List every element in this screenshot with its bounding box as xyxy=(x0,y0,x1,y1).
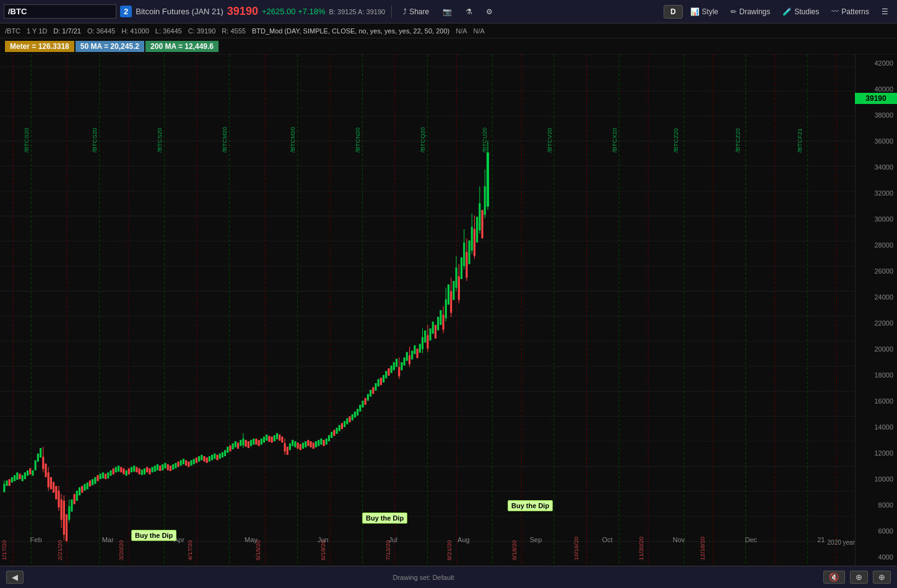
zoom-button[interactable]: ⊕ xyxy=(873,571,891,584)
toolbar-right: D 📊 Style ✏ Drawings 🧪 Studies 〰 Pattern… xyxy=(664,5,893,19)
svg-rect-232 xyxy=(385,371,387,378)
svg-rect-121 xyxy=(102,472,104,478)
chart-area[interactable]: /BTCS20 /BTCS20 /BTCS20 /BTCM20 /BTCM20 … xyxy=(0,54,897,566)
svg-rect-250 xyxy=(424,331,426,343)
svg-rect-247 xyxy=(419,344,421,353)
svg-rect-139 xyxy=(149,469,150,475)
share-button[interactable]: ⤴ Share xyxy=(398,6,434,18)
price-tick-24000: 24000 xyxy=(856,293,897,301)
svg-rect-206 xyxy=(318,440,319,446)
svg-rect-81 xyxy=(14,475,15,482)
info-bar: /BTC 1 Y 1D D: 1/7/21 O: 36445 H: 41000 … xyxy=(0,24,897,38)
svg-rect-117 xyxy=(92,479,93,485)
svg-rect-198 xyxy=(297,443,299,449)
svg-rect-173 xyxy=(237,443,239,449)
drawings-icon: ✏ xyxy=(730,7,737,16)
svg-rect-159 xyxy=(201,455,202,460)
svg-text:/BTCM20: /BTCM20 xyxy=(221,127,228,152)
patterns-button[interactable]: 〰 Patterns xyxy=(826,6,874,18)
price-tick-22000: 22000 xyxy=(856,319,897,327)
svg-rect-160 xyxy=(203,456,205,462)
time-label-nov: Nov xyxy=(673,536,685,543)
main-price: 39190 xyxy=(227,5,258,18)
svg-text:/BTCS20: /BTCS20 xyxy=(156,128,163,153)
svg-rect-222 xyxy=(359,405,361,412)
bid-ask: B: 39125 A: 39190 xyxy=(329,8,386,15)
svg-rect-172 xyxy=(235,441,236,447)
svg-rect-119 xyxy=(97,475,98,482)
svg-rect-162 xyxy=(209,456,210,462)
svg-rect-123 xyxy=(107,472,109,478)
svg-rect-150 xyxy=(177,462,179,467)
time-axis: Feb Mar Apr May Jun Jul Aug Sep Oct Nov … xyxy=(0,534,855,546)
svg-rect-177 xyxy=(245,440,247,447)
svg-rect-223 xyxy=(362,400,363,407)
svg-rect-138 xyxy=(146,467,148,472)
svg-rect-182 xyxy=(258,440,260,446)
svg-text:/BTCS20: /BTCS20 xyxy=(92,128,98,153)
bottom-right: 🔇 ⊕ ⊕ xyxy=(823,571,891,584)
scroll-back-button[interactable]: ◀ xyxy=(6,571,24,584)
zoom-plus-button[interactable]: ⊕ xyxy=(850,571,868,584)
svg-rect-184 xyxy=(263,436,265,443)
camera-icon: 📷 xyxy=(443,7,452,16)
svg-rect-127 xyxy=(118,465,119,472)
price-tick-4000: 4000 xyxy=(856,553,897,561)
drawing-set-label: Drawing set: Default xyxy=(392,574,454,581)
price-tick-26000: 26000 xyxy=(856,267,897,275)
price-tick-38000: 38000 xyxy=(856,111,897,119)
d-button[interactable]: D xyxy=(664,5,683,19)
price-tick-42000: 42000 xyxy=(856,59,897,67)
svg-rect-191 xyxy=(281,436,283,443)
studies-button[interactable]: 🧪 Studies xyxy=(778,6,824,18)
svg-rect-230 xyxy=(380,378,382,385)
svg-rect-90 xyxy=(37,454,39,462)
svg-rect-164 xyxy=(214,454,215,459)
svg-rect-131 xyxy=(128,469,130,475)
bottom-left: ◀ xyxy=(6,571,24,584)
svg-rect-245 xyxy=(414,345,415,354)
svg-rect-132 xyxy=(131,467,132,472)
svg-rect-227 xyxy=(372,387,374,394)
svg-rect-151 xyxy=(180,460,182,466)
bottom-bar: ◀ Drawing set: Default 🔇 ⊕ ⊕ xyxy=(0,566,897,588)
low-label: L: 36445 xyxy=(155,27,182,35)
svg-text:/BTCS20: /BTCS20 xyxy=(23,128,30,153)
svg-rect-146 xyxy=(167,464,169,470)
flask-button[interactable]: ⚗ xyxy=(461,6,477,18)
svg-rect-111 xyxy=(76,491,78,501)
svg-rect-218 xyxy=(349,417,350,423)
style-button[interactable]: 📊 Style xyxy=(685,6,724,18)
price-tick-12000: 12000 xyxy=(856,449,897,457)
time-label-jun: Jun xyxy=(318,536,329,543)
svg-rect-204 xyxy=(313,443,314,449)
svg-rect-231 xyxy=(383,375,384,383)
sound-button[interactable]: 🔇 xyxy=(823,571,845,584)
svg-rect-225 xyxy=(367,394,369,400)
menu-button[interactable]: ☰ xyxy=(877,6,893,18)
svg-rect-208 xyxy=(323,440,324,446)
price-chart: /BTCS20 /BTCS20 /BTCS20 /BTCM20 /BTCM20 … xyxy=(0,54,897,566)
settings-button[interactable]: ⚙ xyxy=(481,6,498,18)
symbol-input[interactable]: /BTC xyxy=(4,4,116,19)
camera-button[interactable]: 📷 xyxy=(438,6,457,18)
svg-rect-233 xyxy=(388,368,389,376)
svg-rect-186 xyxy=(268,436,270,442)
instrument-name: Bitcoin Futures (JAN 21) xyxy=(136,7,223,16)
svg-rect-202 xyxy=(307,440,309,446)
price-tick-32000: 32000 xyxy=(856,189,897,197)
svg-rect-283 xyxy=(481,210,483,238)
drawings-button[interactable]: ✏ Drawings xyxy=(726,6,775,18)
svg-rect-209 xyxy=(326,439,327,445)
price-tick-8000: 8000 xyxy=(856,501,897,509)
svg-rect-109 xyxy=(71,499,72,512)
time-label-jul: Jul xyxy=(389,536,397,543)
svg-rect-226 xyxy=(370,390,371,397)
svg-rect-239 xyxy=(401,362,402,370)
time-label-dec: Dec xyxy=(745,536,757,543)
svg-rect-190 xyxy=(279,435,280,441)
svg-rect-275 xyxy=(469,240,470,264)
svg-rect-219 xyxy=(352,414,353,420)
time-label-mar: Mar xyxy=(102,536,114,543)
svg-rect-228 xyxy=(375,383,376,391)
